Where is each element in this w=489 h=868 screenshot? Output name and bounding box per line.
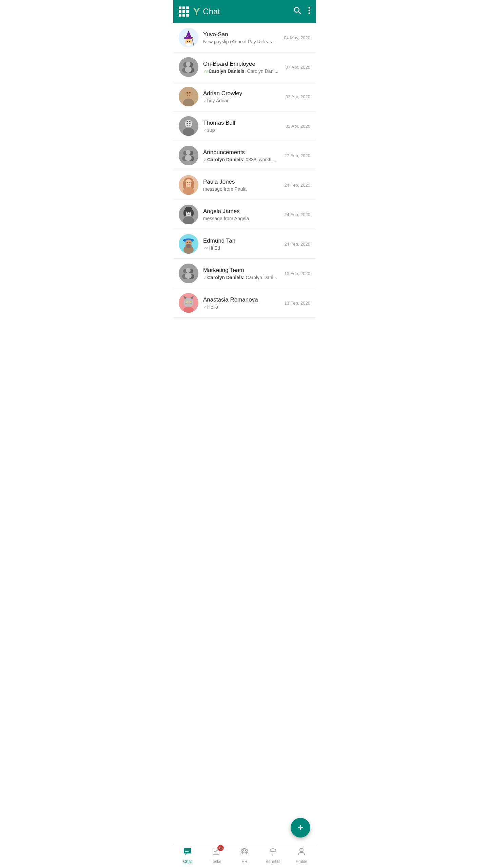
svg-point-12 [187, 41, 188, 42]
chat-item[interactable]: Announcements ✓Carolyn Daniels: 0338_wor… [173, 141, 316, 170]
chat-content: On-Board Employee ✓✓Carolyn Daniels: Car… [203, 61, 281, 74]
chat-name: Marketing Team [203, 267, 279, 274]
avatar: ★ ★ [179, 28, 198, 47]
svg-point-53 [191, 210, 194, 216]
svg-point-46 [187, 182, 188, 183]
chat-preview: ✓Carolyn Daniels: Carolyn Dani... [203, 275, 279, 280]
svg-point-71 [185, 273, 192, 279]
new-chat-fab[interactable]: + [291, 818, 310, 838]
y-icon: Y [193, 6, 200, 17]
svg-line-1 [299, 12, 301, 14]
svg-point-2 [309, 7, 310, 9]
svg-point-22 [185, 66, 192, 73]
svg-point-32 [189, 123, 191, 124]
nav-item-chat[interactable]: Chat [173, 847, 202, 864]
svg-point-27 [190, 94, 191, 95]
svg-point-15 [192, 38, 193, 39]
chat-content: Anastasia Romanova ✓Hello [203, 296, 279, 310]
svg-point-39 [185, 155, 192, 161]
chat-item[interactable]: Edmund Tan ✓✓Hi Ed 24 Feb, 2020 [173, 229, 316, 259]
tasks-nav-icon: 15 [212, 847, 220, 858]
chat-content: Adrian Crowley ✓hey Adrian [203, 90, 281, 103]
chat-preview: ✓✓Carolyn Daniels: Carolyn Dani... [203, 68, 281, 74]
svg-point-63 [190, 242, 191, 243]
avatar [179, 234, 198, 254]
svg-rect-64 [183, 240, 185, 241]
svg-point-29 [185, 120, 192, 127]
bottom-navigation: Chat 15 Tasks HR [173, 844, 316, 868]
chat-name: Anastasia Romanova [203, 296, 279, 303]
more-options-icon[interactable] [308, 6, 310, 17]
chat-time: 24 Feb, 2020 [284, 242, 310, 247]
profile-nav-label: Profile [296, 859, 307, 864]
svg-point-70 [186, 268, 191, 273]
chat-item[interactable]: Paula Jones message from Paula 24 Feb, 2… [173, 170, 316, 200]
avatar [179, 264, 198, 283]
avatar [179, 293, 198, 313]
chat-time: 04 May, 2020 [284, 35, 310, 40]
svg-point-45 [191, 181, 194, 189]
chat-time: 07 Apr, 2020 [286, 65, 310, 70]
chat-item[interactable]: Angela James message from Angela 24 Feb,… [173, 200, 316, 229]
svg-point-0 [294, 7, 299, 12]
chat-item[interactable]: On-Board Employee ✓✓Carolyn Daniels: Car… [173, 53, 316, 82]
tasks-badge-wrapper: 15 [212, 847, 220, 858]
svg-point-3 [309, 10, 310, 12]
avatar [179, 116, 198, 136]
svg-text:★: ★ [186, 35, 188, 37]
app-logo: Y Chat [193, 6, 220, 17]
nav-item-benefits[interactable]: Benefits [259, 847, 287, 864]
svg-point-50 [183, 216, 194, 224]
svg-point-62 [187, 242, 188, 243]
chat-preview: ✓hey Adrian [203, 98, 281, 103]
header-left: Y Chat [179, 6, 220, 17]
chat-name: Thomas Bull [203, 120, 281, 126]
chat-content: Yuvo-San New payslip (Annual Pay Releas.… [203, 31, 279, 44]
chat-item[interactable]: Adrian Crowley ✓hey Adrian 03 Apr, 2020 [173, 82, 316, 111]
chat-item[interactable]: Marketing Team ✓Carolyn Daniels: Carolyn… [173, 259, 316, 288]
header-right [293, 6, 310, 17]
grid-menu-icon[interactable] [179, 6, 189, 17]
chat-name: Yuvo-San [203, 31, 279, 38]
chat-preview: ✓Hello [203, 304, 279, 310]
tasks-badge: 15 [217, 845, 224, 851]
svg-point-11 [186, 43, 191, 46]
chat-nav-icon [183, 847, 192, 858]
chat-item[interactable]: Thomas Bull ✓sup 02 Apr, 2020 [173, 111, 316, 141]
chat-nav-label: Chat [183, 859, 192, 864]
chat-list: ★ ★ Yuvo-San New payslip (Annual Pay Rel… [173, 23, 316, 345]
chat-name: On-Board Employee [203, 61, 281, 67]
app-header: Y Chat [173, 0, 316, 23]
svg-point-38 [186, 150, 191, 155]
chat-item[interactable]: ★ ★ Yuvo-San New payslip (Annual Pay Rel… [173, 23, 316, 53]
chat-item[interactable]: Anastasia Romanova ✓Hello 13 Feb, 2020 [173, 288, 316, 318]
chat-content: Angela James message from Angela [203, 208, 279, 221]
svg-point-79 [190, 302, 191, 302]
chat-preview: New payslip (Annual Pay Releas... [203, 39, 279, 44]
chat-name: Adrian Crowley [203, 90, 281, 97]
benefits-nav-label: Benefits [266, 859, 280, 864]
nav-item-hr[interactable]: HR [230, 847, 259, 864]
svg-point-54 [187, 212, 188, 213]
svg-point-55 [190, 212, 191, 213]
nav-item-tasks[interactable]: 15 Tasks [202, 847, 230, 864]
chat-preview: ✓sup [203, 127, 281, 133]
chat-time: 03 Apr, 2020 [286, 94, 310, 99]
svg-rect-86 [184, 848, 191, 853]
nav-item-profile[interactable]: Profile [287, 847, 316, 864]
chat-content: Edmund Tan ✓✓Hi Ed [203, 237, 279, 251]
chat-time: 02 Apr, 2020 [286, 124, 310, 129]
add-icon: + [297, 823, 304, 833]
chat-time: 24 Feb, 2020 [284, 212, 310, 217]
svg-point-80 [188, 303, 189, 304]
svg-point-31 [187, 123, 188, 124]
chat-preview: ✓Carolyn Daniels: 0338_workfl... [203, 157, 279, 162]
avatar [179, 205, 198, 224]
tasks-nav-label: Tasks [211, 859, 221, 864]
svg-point-96 [300, 848, 303, 852]
svg-point-78 [187, 302, 187, 302]
chat-preview: message from Angela [203, 216, 279, 221]
search-icon[interactable] [293, 6, 301, 17]
profile-nav-icon [297, 847, 306, 858]
chat-time: 24 Feb, 2020 [284, 183, 310, 188]
